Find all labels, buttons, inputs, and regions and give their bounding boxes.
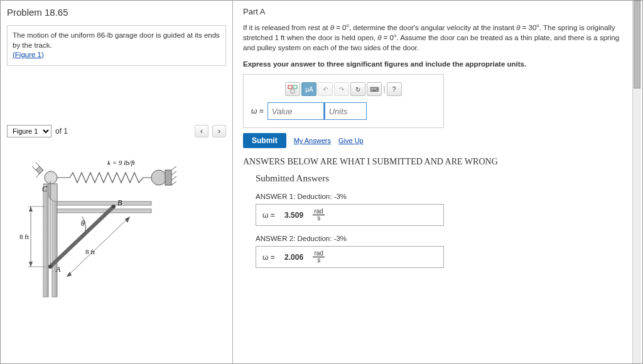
- undo-button[interactable]: ↶: [318, 82, 333, 96]
- svg-line-3: [171, 166, 176, 170]
- svg-rect-2: [165, 170, 171, 185]
- problem-description: The motion of the uniform 86-lb garage d…: [7, 25, 226, 66]
- figure-select[interactable]: Figure 1: [7, 125, 51, 137]
- svg-marker-21: [125, 217, 130, 223]
- answer-input-zone: μA ↶ ↷ ↻ ⌨ | ? ω =: [243, 74, 444, 128]
- svg-rect-30: [293, 85, 297, 88]
- units-input[interactable]: [324, 102, 367, 120]
- figure-link[interactable]: (Figure 1): [13, 51, 44, 58]
- part-instruction: If it is released from rest at θ = 0o, d…: [243, 23, 632, 53]
- answer2-omega: ω =: [262, 253, 275, 262]
- answer2-box: ω = 2.006 rads: [256, 246, 444, 268]
- svg-point-0: [45, 171, 57, 184]
- help-button[interactable]: ?: [387, 82, 402, 96]
- svg-rect-31: [291, 90, 294, 93]
- user-note: ANSWERS BELOW ARE WHAT I SUBMITTED AND A…: [243, 157, 632, 167]
- submitted-heading: Submitted Answers: [256, 173, 632, 184]
- units-greek-button[interactable]: μA: [301, 82, 316, 96]
- svg-text:C: C: [42, 185, 48, 193]
- svg-point-13: [48, 265, 52, 269]
- svg-text:B: B: [117, 198, 122, 207]
- answer1-value: 3.509: [284, 211, 303, 220]
- give-up-link[interactable]: Give Up: [338, 137, 364, 144]
- svg-line-4: [171, 171, 176, 175]
- answer1-unit: rads: [313, 208, 324, 222]
- svg-rect-29: [288, 85, 292, 88]
- svg-marker-24: [29, 206, 33, 211]
- description-text: The motion of the uniform 86-lb garage d…: [13, 31, 220, 49]
- svg-line-5: [171, 176, 176, 180]
- scrollbar-thumb[interactable]: [634, 1, 640, 88]
- omega-label: ω =: [251, 107, 264, 115]
- keyboard-button[interactable]: ⌨: [367, 82, 382, 96]
- svg-rect-10: [57, 209, 151, 213]
- answer1-omega: ω =: [262, 211, 275, 220]
- figure-next-button[interactable]: ›: [212, 125, 226, 137]
- part-label: Part A: [243, 7, 632, 16]
- svg-text:8 ft: 8 ft: [19, 233, 29, 240]
- svg-line-19: [67, 217, 130, 277]
- svg-rect-7: [43, 184, 48, 297]
- svg-text:8 ft: 8 ft: [85, 248, 95, 255]
- figure-prev-button[interactable]: ‹: [195, 125, 208, 137]
- figure-1: k = 9 lb/ft A B C: [7, 141, 226, 317]
- my-answers-link[interactable]: My Answers: [294, 137, 331, 144]
- submit-button[interactable]: Submit: [243, 133, 286, 148]
- svg-line-6: [171, 181, 176, 185]
- templates-icon[interactable]: [285, 82, 300, 96]
- spring-k-label: k = 9 lb/ft: [107, 159, 136, 166]
- svg-line-11: [50, 206, 114, 267]
- svg-point-1: [151, 170, 166, 185]
- answer1-label: ANSWER 1: Deduction: -3%: [256, 193, 632, 200]
- answer2-label: ANSWER 2: Deduction: -3%: [256, 235, 632, 242]
- svg-text:θ: θ: [81, 219, 85, 228]
- figure-count: of 1: [55, 127, 68, 136]
- problem-title: Problem 18.65: [7, 7, 226, 18]
- redo-button[interactable]: ↷: [334, 82, 349, 96]
- answer1-box: ω = 3.509 rads: [256, 204, 444, 226]
- answer2-unit: rads: [313, 250, 324, 264]
- svg-rect-9: [57, 201, 151, 205]
- scrollbar[interactable]: [632, 1, 641, 363]
- toolbar-sep: |: [383, 85, 385, 94]
- answer2-value: 2.006: [284, 253, 303, 262]
- svg-point-15: [112, 205, 116, 208]
- reset-button[interactable]: ↻: [350, 82, 365, 96]
- svg-text:A: A: [55, 265, 61, 274]
- svg-marker-25: [29, 262, 33, 267]
- express-instruction: Express your answer to three significant…: [243, 60, 632, 68]
- value-input[interactable]: [267, 102, 324, 120]
